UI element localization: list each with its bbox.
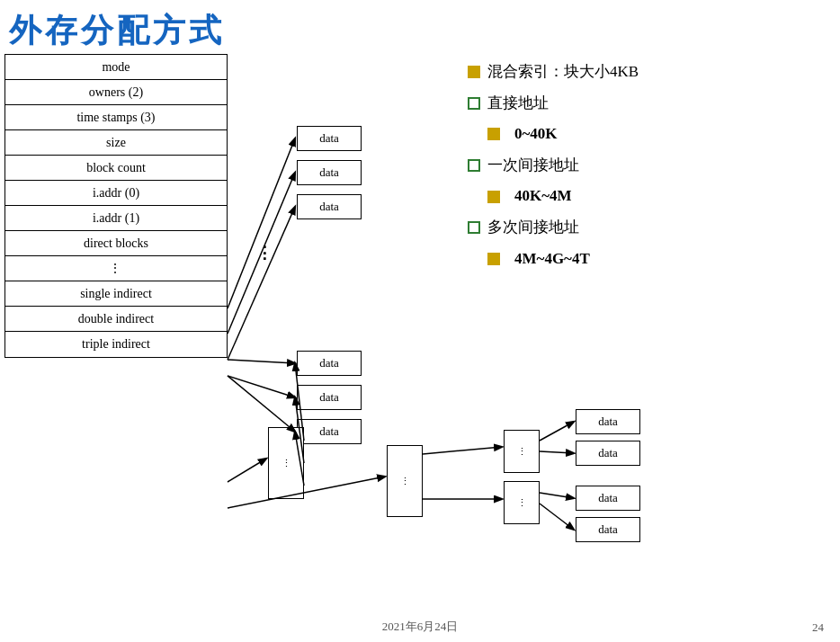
data-box-6: data [297,419,362,444]
direct-dots: ⋮ [256,243,273,263]
inode-row-single: single indirect [5,281,227,307]
svg-line-3 [228,360,295,363]
data-box-1: data [297,126,362,151]
svg-line-4 [228,376,295,397]
svg-line-13 [540,422,574,441]
svg-line-11 [423,447,502,454]
info-single: 一次间接地址 [468,152,639,180]
info-multi: 多次间接地址 [468,214,639,242]
info-single-label: 一次间接地址 [487,152,579,180]
empty-square-single [468,159,480,172]
double-indirect-dots-1: ⋮ [504,430,540,473]
page-title: 外存分配方式 [9,9,225,53]
svg-line-6 [228,459,266,482]
footer-date: 2021年6月24日 [382,619,459,635]
info-range1-label: 0~40K [514,120,558,148]
info-main-label: 混合索引：块大小4KB [487,58,639,86]
data-box-5: data [297,385,362,410]
info-main: 混合索引：块大小4KB [468,58,639,86]
svg-line-0 [228,138,295,308]
footer-page: 24 [812,620,824,635]
svg-line-14 [540,451,574,453]
info-range3-label: 4M~4G~4T [514,245,590,273]
filled-square-main [468,66,480,78]
data-box-4: data [297,351,362,376]
inode-row-timestamps: time stamps (3) [5,105,227,130]
info-range2-label: 40K~4M [514,183,572,210]
inode-row-dots: ⋮ [5,256,227,281]
empty-square-direct [468,97,480,110]
svg-line-2 [228,207,295,360]
inode-row-triple: triple indirect [5,332,227,357]
info-panel: 混合索引：块大小4KB 直接地址 0~40K 一次间接地址 40K~4M 多次间… [468,58,639,276]
inode-row-iaddr1: i.addr (1) [5,206,227,231]
inode-table: mode owners (2) time stamps (3) size blo… [4,54,228,358]
data-box-r1: data [576,409,640,434]
double-indirect-dots-2: ⋮ [504,481,540,524]
inode-row-blockcount: block count [5,156,227,181]
filled-square-range3 [487,253,500,265]
svg-line-10 [228,477,385,508]
inode-row-owners: owners (2) [5,80,227,105]
info-direct: 直接地址 [468,90,639,118]
inode-row-direct: direct blocks [5,231,227,256]
inode-row-size: size [5,130,227,156]
double-indirect-block-l1: ⋮ [387,445,423,517]
svg-line-16 [540,504,574,530]
data-box-3: data [297,194,362,219]
info-range2: 40K~4M [468,183,639,210]
inode-row-mode: mode [5,55,227,80]
info-range3: 4M~4G~4T [468,245,639,273]
svg-line-5 [228,376,295,432]
data-box-r2: data [576,441,640,466]
svg-line-15 [540,493,574,498]
info-range1: 0~40K [468,120,639,148]
data-box-r3: data [576,486,640,511]
data-box-r4: data [576,517,640,542]
info-multi-label: 多次间接地址 [487,214,579,242]
single-indirect-block: ⋮ [268,427,304,499]
filled-square-range2 [487,191,500,203]
info-direct-label: 直接地址 [487,90,549,118]
inode-row-double: double indirect [5,307,227,332]
empty-square-multi [468,221,480,234]
inode-row-iaddr0: i.addr (0) [5,181,227,206]
filled-square-range1 [487,128,500,140]
data-box-2: data [297,160,362,185]
